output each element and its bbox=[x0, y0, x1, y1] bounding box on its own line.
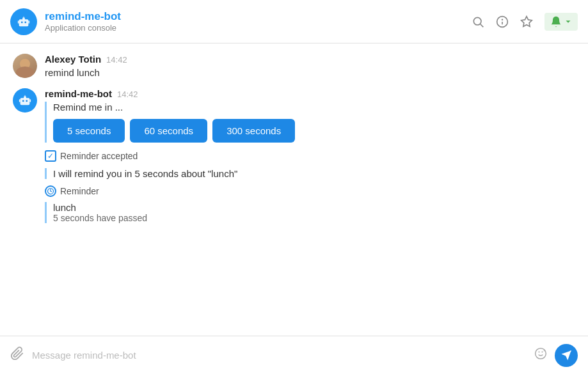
remind-bubble: Remind me in ... 5 seconds 60 seconds 30… bbox=[45, 102, 575, 143]
remind-prompt-text: Remind me in ... bbox=[53, 102, 575, 113]
bot-message-group: remind-me-bot 14:42 Remind me in ... 5 s… bbox=[13, 88, 575, 223]
user-message-time: 14:42 bbox=[106, 55, 127, 65]
user-message-header: Alexey Totin 14:42 bbox=[45, 54, 575, 65]
bot-message-avatar bbox=[13, 88, 37, 113]
bot-avatar-icon bbox=[17, 15, 31, 29]
svg-rect-5 bbox=[18, 20, 19, 24]
svg-rect-3 bbox=[22, 17, 25, 20]
reminder-row: Reminder bbox=[45, 185, 575, 197]
app-console-label: Application console bbox=[45, 23, 472, 33]
bot-name: remind-me-bot bbox=[45, 10, 472, 23]
reminder-label: Reminder bbox=[60, 186, 99, 196]
svg-marker-26 bbox=[562, 350, 571, 360]
svg-rect-4 bbox=[24, 16, 24, 17]
attach-icon[interactable] bbox=[10, 347, 24, 364]
svg-point-1 bbox=[21, 21, 23, 23]
header-info: remind-me-bot Application console bbox=[45, 10, 472, 33]
user-name: Alexey Totin bbox=[45, 54, 101, 65]
chevron-down-icon bbox=[564, 17, 573, 26]
info-icon bbox=[496, 15, 509, 28]
notification-bell-container[interactable] bbox=[544, 13, 578, 31]
5-seconds-button[interactable]: 5 seconds bbox=[53, 119, 125, 143]
bot-message-header: remind-me-bot 14:42 bbox=[45, 88, 575, 99]
emoji-icon[interactable]: + bbox=[534, 347, 547, 363]
svg-line-8 bbox=[481, 24, 484, 27]
svg-rect-13 bbox=[20, 98, 30, 105]
send-button[interactable] bbox=[555, 344, 578, 367]
confirm-bubble: I will remind you in 5 seconds about "lu… bbox=[45, 168, 575, 179]
svg-marker-12 bbox=[521, 16, 532, 26]
svg-rect-19 bbox=[29, 99, 31, 102]
lunch-bubble: lunch 5 seconds have passed bbox=[45, 202, 575, 223]
bot-message-time: 14:42 bbox=[117, 90, 138, 99]
bot-message-avatar-icon bbox=[18, 93, 32, 107]
confirm-text: I will remind you in 5 seconds about "lu… bbox=[53, 168, 575, 179]
checkbox-icon: ✓ bbox=[45, 150, 56, 162]
300-seconds-button[interactable]: 300 seconds bbox=[212, 119, 295, 143]
star-button[interactable] bbox=[520, 15, 533, 28]
reminder-accepted-row: ✓ Reminder accepted bbox=[45, 150, 575, 162]
info-button[interactable] bbox=[496, 15, 509, 28]
time-button-row: 5 seconds 60 seconds 300 seconds bbox=[53, 119, 575, 143]
bot-name-label: remind-me-bot bbox=[45, 88, 112, 99]
user-avatar bbox=[13, 54, 37, 78]
user-message-text: remind lunch bbox=[45, 67, 575, 78]
header: remind-me-bot Application console bbox=[0, 0, 588, 43]
user-message-content: Alexey Totin 14:42 remind lunch bbox=[45, 54, 575, 78]
user-message-group: Alexey Totin 14:42 remind lunch bbox=[13, 54, 575, 78]
clock-icon bbox=[45, 185, 56, 197]
lunch-title: lunch bbox=[53, 202, 575, 213]
bot-avatar bbox=[10, 8, 37, 35]
send-icon bbox=[560, 350, 572, 361]
bell-icon bbox=[550, 15, 562, 28]
chat-area: Alexey Totin 14:42 remind lunch remind-m… bbox=[0, 43, 588, 336]
header-actions bbox=[472, 13, 578, 31]
star-icon bbox=[520, 15, 533, 28]
search-button[interactable] bbox=[472, 15, 484, 28]
svg-rect-6 bbox=[28, 20, 29, 24]
svg-point-14 bbox=[22, 100, 24, 102]
60-seconds-button[interactable]: 60 seconds bbox=[130, 119, 207, 143]
bot-message-content: remind-me-bot 14:42 Remind me in ... 5 s… bbox=[45, 88, 575, 223]
svg-point-2 bbox=[24, 21, 26, 23]
svg-rect-0 bbox=[19, 19, 29, 26]
svg-rect-17 bbox=[25, 95, 26, 97]
svg-rect-16 bbox=[24, 97, 26, 99]
input-bar: + bbox=[0, 336, 588, 374]
search-icon bbox=[472, 15, 484, 28]
svg-rect-18 bbox=[19, 99, 20, 102]
lunch-sub: 5 seconds have passed bbox=[53, 213, 575, 223]
reminder-accepted-text: Reminder accepted bbox=[60, 151, 138, 161]
svg-text:+: + bbox=[543, 348, 545, 352]
svg-point-15 bbox=[26, 100, 28, 102]
svg-point-7 bbox=[473, 17, 481, 25]
message-input[interactable] bbox=[32, 350, 527, 361]
